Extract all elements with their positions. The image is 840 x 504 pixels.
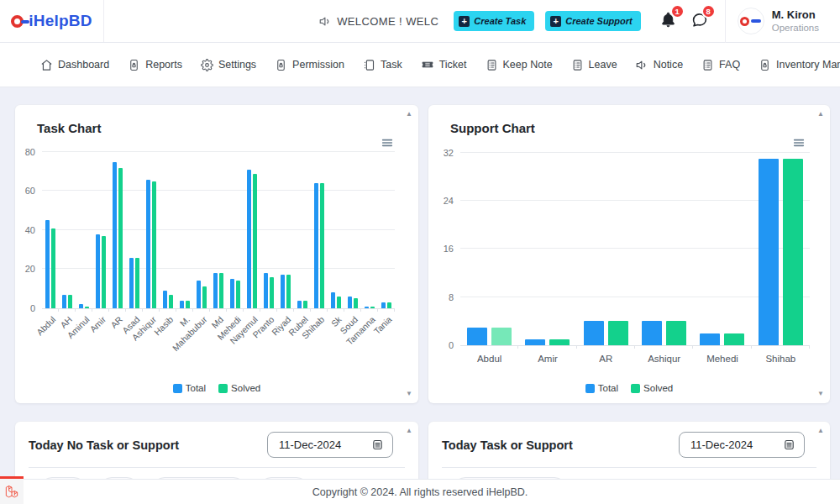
nav-item-label: Leave bbox=[589, 59, 617, 71]
x-axis-tick bbox=[751, 345, 752, 349]
x-axis-tick bbox=[260, 308, 260, 312]
x-axis-tick bbox=[75, 308, 76, 312]
legend-swatch bbox=[173, 384, 182, 393]
bar-group-asad: Asad bbox=[126, 153, 143, 308]
clipboard-lock-icon bbox=[275, 59, 287, 71]
nav-item-ticket[interactable]: Ticket bbox=[421, 58, 467, 71]
solved-bar bbox=[219, 273, 223, 308]
nav-item-permission[interactable]: Permission bbox=[275, 59, 344, 71]
y-axis-tick-label: 0 bbox=[8, 303, 35, 313]
bar-group-rubel: Rubel bbox=[294, 153, 311, 308]
x-axis-tick bbox=[517, 345, 518, 349]
create-task-button[interactable]: + Create Task bbox=[454, 11, 534, 31]
bar-group-amir: Amir bbox=[92, 153, 109, 308]
date-picker-input[interactable]: 11-Dec-2024 bbox=[679, 432, 805, 458]
laravel-icon bbox=[5, 485, 18, 499]
nav-item-keep-note[interactable]: Keep Note bbox=[486, 59, 553, 71]
nav-item-dashboard[interactable]: Dashboard bbox=[40, 59, 109, 71]
legend-item-solved[interactable]: Solved bbox=[631, 383, 673, 393]
scroll-up-arrow[interactable]: ▲ bbox=[817, 428, 824, 434]
nav-item-label: Task bbox=[381, 59, 402, 71]
create-support-button[interactable]: + Create Support bbox=[545, 11, 640, 31]
x-axis-category-label: Shihab bbox=[752, 354, 810, 364]
nav-item-label: FAQ bbox=[719, 59, 740, 71]
total-bar bbox=[79, 304, 83, 308]
chart-menu-icon[interactable] bbox=[792, 136, 806, 150]
x-axis-category-label: Amir bbox=[88, 314, 108, 334]
user-profile[interactable]: M. Kiron Operations bbox=[738, 8, 819, 34]
nav-item-label: Notice bbox=[654, 59, 683, 71]
scroll-up-arrow[interactable]: ▲ bbox=[406, 428, 412, 434]
chart-menu-icon[interactable] bbox=[381, 136, 394, 150]
legend-label: Solved bbox=[643, 383, 673, 393]
dashboard-content: Task Chart 020406080AbdulAHAminulAmirARA… bbox=[0, 87, 840, 504]
notifications-button[interactable]: 1 bbox=[659, 11, 677, 32]
calendar-icon bbox=[371, 438, 384, 451]
brand[interactable]: iHelpBD bbox=[0, 0, 104, 42]
x-axis-tick bbox=[243, 308, 244, 312]
y-axis-tick-label: 0 bbox=[427, 340, 454, 350]
nav-item-reports[interactable]: Reports bbox=[128, 59, 182, 71]
gridline bbox=[42, 151, 395, 152]
date-picker-input[interactable]: 11-Dec-2024 bbox=[267, 432, 393, 458]
x-axis-tick bbox=[209, 308, 210, 312]
solved-bar bbox=[186, 301, 190, 308]
bar-group-ashiqur: Ashiqur bbox=[635, 154, 693, 345]
legend-item-total[interactable]: Total bbox=[173, 383, 206, 393]
total-bar bbox=[700, 333, 720, 345]
card-divider bbox=[442, 467, 816, 468]
scroll-down-arrow[interactable]: ▼ bbox=[817, 391, 824, 397]
bar-group-pranto: Pranto bbox=[260, 153, 277, 308]
welcome-text: WELCOME ! WELC bbox=[337, 15, 438, 28]
bar-group-hasib: Hasib bbox=[160, 153, 176, 308]
support-chart-legend: TotalSolved bbox=[428, 383, 830, 393]
x-axis-tick bbox=[344, 308, 344, 312]
bar-group-nayemul: Nayemul bbox=[244, 153, 260, 308]
legend-item-total[interactable]: Total bbox=[585, 383, 618, 393]
total-bar bbox=[213, 273, 218, 308]
total-bar bbox=[314, 183, 318, 308]
bar-group-ar: AR bbox=[577, 154, 635, 345]
total-bar bbox=[230, 279, 234, 308]
note-icon bbox=[571, 59, 584, 71]
notification-count-badge: 1 bbox=[670, 4, 685, 18]
total-bar bbox=[129, 258, 134, 308]
nav-item-inventory-management[interactable]: Inventory Management bbox=[759, 59, 840, 71]
copyright-text: Copyright © 2024. All rights reserved iH… bbox=[312, 486, 528, 498]
y-axis-tick-label: 16 bbox=[427, 244, 454, 254]
legend-item-solved[interactable]: Solved bbox=[218, 383, 260, 393]
note-icon bbox=[486, 59, 498, 71]
legend-swatch bbox=[585, 384, 595, 393]
nav-item-faq[interactable]: FAQ bbox=[701, 59, 740, 71]
total-bar bbox=[180, 301, 184, 308]
nav-item-notice[interactable]: Notice bbox=[636, 59, 683, 71]
y-axis-tick-label: 80 bbox=[8, 147, 35, 157]
x-axis-tick bbox=[58, 308, 59, 312]
total-bar bbox=[525, 339, 545, 345]
solved-bar bbox=[387, 302, 391, 308]
y-axis-tick-label: 8 bbox=[427, 292, 454, 302]
nav-item-task[interactable]: Task bbox=[363, 59, 402, 71]
solved-bar bbox=[202, 286, 207, 308]
total-bar bbox=[584, 321, 604, 345]
x-axis-category-label: Tania bbox=[371, 314, 393, 336]
total-bar bbox=[348, 297, 352, 308]
nav-item-leave[interactable]: Leave bbox=[571, 59, 617, 71]
scroll-up-arrow[interactable]: ▲ bbox=[817, 111, 824, 118]
messages-button[interactable]: 8 bbox=[690, 11, 708, 32]
nav-item-settings[interactable]: Settings bbox=[201, 59, 256, 71]
total-bar bbox=[45, 220, 50, 308]
avatar bbox=[738, 8, 764, 34]
task-chart-plot: 020406080AbdulAHAminulAmirARAsadAshiqurH… bbox=[42, 153, 395, 309]
home-icon bbox=[40, 59, 53, 71]
x-axis-tick bbox=[310, 308, 311, 312]
bar-group-tania: Tania bbox=[378, 153, 395, 308]
task-chart-title: Task Chart bbox=[37, 121, 407, 135]
legend-label: Total bbox=[598, 383, 618, 393]
scroll-down-arrow[interactable]: ▼ bbox=[406, 391, 412, 397]
scroll-up-arrow[interactable]: ▲ bbox=[406, 111, 412, 118]
solved-bar bbox=[666, 321, 686, 345]
laravel-debugbar[interactable] bbox=[0, 476, 24, 504]
today-task-title: Today Task or Support bbox=[442, 438, 573, 452]
calendar-icon bbox=[783, 438, 795, 451]
